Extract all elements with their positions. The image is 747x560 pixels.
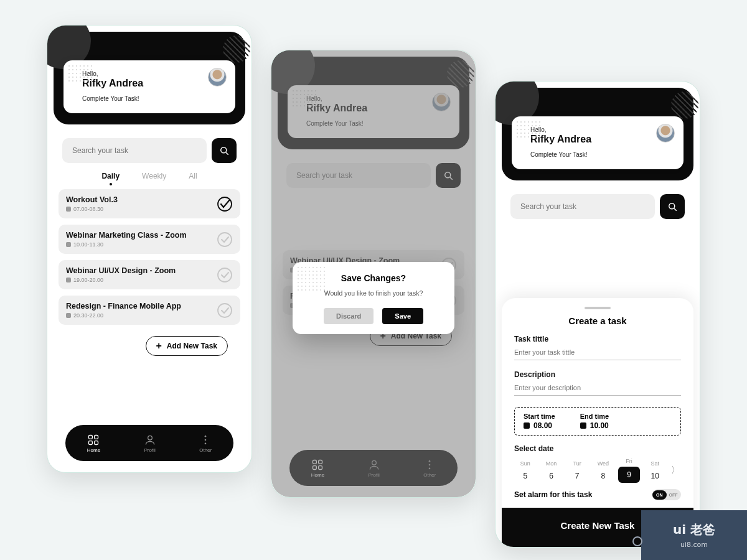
svg-rect-21 [319,465,322,469]
watermark-url: ui8.com [680,541,708,549]
nav-other[interactable]: Other [199,434,212,453]
search-button[interactable] [436,163,461,188]
end-time[interactable]: End time 10.00 [580,413,609,430]
greeting-name: Rifky Andrea [306,103,448,114]
task-title-input[interactable] [514,343,681,360]
search-row [510,194,685,219]
task-item[interactable]: Webinar UI/UX Design - Zoom 19.00-20.00 [59,260,240,289]
modal-actions: Discard Save [304,308,443,324]
check-circle-icon [217,196,233,212]
avatar[interactable] [208,68,227,86]
task-time: 20.30-22.00 [66,312,209,319]
dots-icon [199,434,212,446]
svg-rect-6 [89,435,93,439]
greeting-hello: Hello, [530,126,672,133]
bottom-nav: Home Profil Other [65,425,233,461]
watermark: ui 老爸 ui8.com [641,510,747,560]
svg-point-5 [218,304,232,317]
task-item[interactable]: Webinar Marketing Class - Zoom 10.00-11.… [59,225,240,254]
svg-point-26 [669,203,675,209]
task-time: 19.00-20.00 [66,277,209,283]
svg-point-11 [205,435,207,437]
greeting-hello: Hello, [306,95,448,102]
date-option[interactable]: Sat10 [644,460,666,480]
clock-icon [66,242,71,247]
greeting-subtitle: Complete Your Task! [82,95,224,102]
greeting-card: Hello, Rifky Andrea Complete Your Task! [288,85,459,138]
avatar[interactable] [656,124,675,142]
date-option[interactable]: Tur7 [566,460,588,480]
task-title: Webinar Marketing Class - Zoom [66,231,209,240]
svg-point-4 [218,268,232,282]
svg-line-15 [450,177,453,180]
svg-point-10 [148,436,152,440]
phone-home: Hello, Rifky Andrea Complete Your Task! … [47,25,252,473]
greeting-subtitle: Complete Your Task! [306,120,448,127]
svg-point-13 [205,442,207,444]
svg-rect-9 [95,441,98,444]
task-check-done[interactable] [217,196,233,212]
svg-point-12 [205,439,207,441]
grid-icon [311,459,324,471]
nav-profil[interactable]: Profil [368,459,380,478]
task-check[interactable] [217,231,233,248]
search-button[interactable] [660,194,685,219]
svg-rect-20 [313,465,317,469]
greeting-name: Rifky Andrea [530,134,672,145]
date-option[interactable]: Sun5 [514,460,537,480]
tab-weekly[interactable]: Weekly [142,172,166,180]
date-option-selected[interactable]: Fri9 [618,458,641,483]
clock-icon [524,422,530,429]
clock-icon [66,207,71,212]
save-button[interactable]: Save [382,308,423,324]
svg-point-0 [221,147,227,153]
alarm-toggle[interactable]: ON OFF [652,489,681,500]
filter-tabs: Daily Weekly All [47,172,251,180]
search-row [286,163,461,188]
avatar[interactable] [432,93,451,111]
search-input[interactable] [62,138,207,163]
add-task-label: Add New Task [167,342,217,350]
search-button[interactable] [212,138,237,163]
date-option[interactable]: Mon6 [540,460,563,480]
tab-all[interactable]: All [189,172,197,180]
user-icon [144,434,156,446]
nav-home[interactable]: Home [87,434,100,453]
task-item[interactable]: Redesign - Finance Mobile App 20.30-22.0… [59,296,240,325]
task-title: Workout Vol.3 [66,195,209,204]
search-icon [218,145,230,156]
grid-icon [87,434,100,446]
task-check[interactable] [217,302,233,319]
select-date-label: Select date [514,444,681,453]
search-input[interactable] [510,194,655,219]
chevron-right-icon[interactable]: 〉 [670,465,681,476]
search-input[interactable] [286,163,431,188]
date-option[interactable]: Wed8 [592,460,614,480]
discard-button[interactable]: Discard [324,308,374,324]
task-item[interactable]: Workout Vol.3 07.00-08.30 [59,189,240,218]
svg-rect-18 [313,460,317,464]
task-check[interactable] [217,267,233,283]
nav-other[interactable]: Other [423,459,436,478]
task-title: Webinar UI/UX Design - Zoom [66,266,209,275]
search-icon [667,201,678,212]
start-time[interactable]: Start time 08.00 [524,413,555,430]
svg-rect-19 [319,460,322,464]
description-label: Description [514,370,681,379]
task-list: Workout Vol.3 07.00-08.30 Webinar Market… [59,189,240,325]
nav-home[interactable]: Home [311,459,324,478]
svg-line-1 [226,152,228,155]
clock-icon [66,313,71,318]
drag-handle-icon[interactable] [585,307,611,309]
nav-profil[interactable]: Profil [144,434,156,453]
greeting-name: Rifky Andrea [82,78,224,89]
check-circle-icon [217,267,233,283]
svg-point-14 [445,172,451,178]
tab-daily[interactable]: Daily [101,172,120,180]
description-input[interactable] [514,379,681,396]
phone-create: Hello, Rifky Andrea Complete Your Task! … [495,81,700,548]
greeting-hello: Hello, [82,70,224,77]
header-panel: Hello, Rifky Andrea Complete Your Task! [502,88,693,180]
dot-pattern-icon [515,120,540,140]
add-task-button[interactable]: + Add New Task [146,336,228,356]
